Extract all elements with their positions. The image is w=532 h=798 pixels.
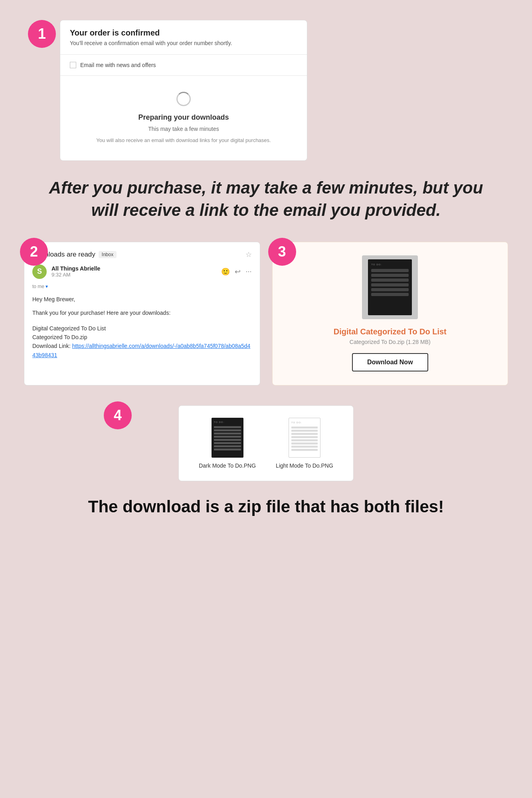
- preparing-line2: You will also receive an email with down…: [70, 136, 297, 144]
- step-bubble-3: 3: [268, 238, 296, 266]
- order-confirmed-section: Your order is confirmed You'll receive a…: [60, 20, 307, 55]
- dark-mode-thumbnail: TO DO:: [212, 418, 243, 458]
- loading-spinner: [176, 92, 191, 106]
- product-thumbnail: TO DO:: [362, 255, 418, 319]
- section-3: 3 TO DO: Digital Categorized To Do List …: [272, 242, 508, 385]
- light-line-3: [291, 433, 318, 435]
- dark-line-5: [214, 439, 241, 441]
- dark-line-1: [214, 426, 241, 428]
- file-item-dark: TO DO: Dark Mode To Do.PNG: [199, 418, 256, 469]
- email-file-name: Categorized To Do.zip: [32, 333, 252, 342]
- email-body-line1: Thank you for your purchase! Here are yo…: [32, 308, 252, 317]
- todo-line-5: [371, 288, 409, 291]
- light-file-name: Light Mode To Do.PNG: [276, 462, 333, 469]
- todo-line-1: [371, 269, 409, 272]
- order-confirmation-card: Your order is confirmed You'll receive a…: [60, 20, 307, 161]
- shopify-icon: S: [32, 265, 47, 279]
- section-4: 4 TO DO: Dark Mode To Do.PNG TO DO:: [24, 405, 508, 481]
- sender-info: All Things Abrielle 9:32 AM: [51, 265, 216, 278]
- dark-todo-label: TO DO:: [214, 421, 241, 423]
- dark-line-4: [214, 436, 241, 438]
- todo-line-6: [371, 293, 409, 296]
- todo-line-2: [371, 274, 409, 277]
- order-confirmed-subtitle: You'll receive a confirmation email with…: [70, 40, 297, 46]
- step-bubble-1: 1: [28, 20, 56, 48]
- star-icon[interactable]: ☆: [245, 250, 252, 259]
- download-card: TO DO: Digital Categorized To Do List Ca…: [272, 242, 508, 385]
- dark-line-7: [214, 445, 241, 447]
- email-download-label: Download Link: https://allthingsabrielle…: [32, 342, 252, 359]
- bottom-description-text: The download is a zip file that has both…: [24, 497, 508, 516]
- light-line-4: [291, 436, 318, 438]
- section-1: 1 Your order is confirmed You'll receive…: [24, 16, 508, 161]
- step-bubble-4: 4: [104, 401, 132, 429]
- email-to: to me ▾: [32, 284, 252, 289]
- sender-name: All Things Abrielle: [51, 265, 216, 272]
- dark-file-name: Dark Mode To Do.PNG: [199, 462, 256, 469]
- email-product-name: Digital Categorized To Do List: [32, 324, 252, 333]
- email-card: downloads are ready Inbox ☆ S All Things…: [24, 242, 260, 385]
- light-mode-thumbnail: TO DO:: [289, 418, 320, 458]
- section-2: 2 downloads are ready Inbox ☆ S All Thin…: [24, 242, 260, 385]
- sections-2-3-row: 2 downloads are ready Inbox ☆ S All Thin…: [24, 242, 508, 385]
- thumbnail-inner: TO DO:: [368, 259, 412, 315]
- light-line-7: [291, 446, 318, 448]
- sender-time: 9:32 AM: [51, 272, 216, 278]
- email-inbox-badge: Inbox: [99, 251, 117, 258]
- light-line-6: [291, 442, 318, 444]
- files-card: TO DO: Dark Mode To Do.PNG TO DO:: [178, 405, 354, 481]
- preparing-downloads-section: Preparing your downloads This may take a…: [60, 76, 307, 160]
- light-line-8: [291, 449, 318, 451]
- main-description: After you purchase, it may take a few mi…: [48, 177, 484, 222]
- todo-dark-label: TO DO:: [371, 263, 409, 266]
- product-card-name: Digital Categorized To Do List: [334, 327, 447, 336]
- preparing-line1: This may take a few minutes: [70, 125, 297, 133]
- email-action-buttons[interactable]: 🙂 ↩ ···: [221, 267, 251, 276]
- todo-line-3: [371, 279, 409, 282]
- file-item-light: TO DO: Light Mode To Do.PNG: [276, 418, 333, 469]
- email-checkbox-label: Email me with news and offers: [80, 62, 156, 68]
- emoji-icon[interactable]: 🙂: [221, 267, 230, 276]
- more-icon[interactable]: ···: [245, 267, 251, 276]
- reply-icon[interactable]: ↩: [235, 267, 241, 276]
- email-greeting: Hey Meg Brewer,: [32, 295, 252, 304]
- preparing-title: Preparing your downloads: [70, 113, 297, 122]
- dark-line-2: [214, 429, 241, 431]
- dark-line-8: [214, 448, 241, 450]
- main-description-text: After you purchase, it may take a few mi…: [48, 177, 484, 222]
- bottom-description: The download is a zip file that has both…: [24, 497, 508, 516]
- todo-line-4: [371, 283, 409, 286]
- email-checkbox-input[interactable]: [70, 62, 76, 68]
- dark-line-3: [214, 433, 241, 435]
- email-header: downloads are ready Inbox ☆: [32, 250, 252, 259]
- light-line-5: [291, 439, 318, 441]
- email-checkbox-row[interactable]: Email me with news and offers: [60, 55, 307, 76]
- light-todo-label: TO DO:: [291, 421, 318, 424]
- light-line-2: [291, 430, 318, 432]
- download-now-button[interactable]: Download Now: [352, 353, 428, 371]
- product-card-file: Categorized To Do.zip (1.28 MB): [350, 339, 431, 345]
- email-body: Hey Meg Brewer, Thank you for your purch…: [32, 295, 252, 359]
- order-confirmed-title: Your order is confirmed: [70, 28, 297, 38]
- step-bubble-2: 2: [20, 238, 48, 266]
- email-sender-row: S All Things Abrielle 9:32 AM 🙂 ↩ ···: [32, 265, 252, 279]
- light-line-1: [291, 427, 318, 429]
- dark-line-6: [214, 442, 241, 444]
